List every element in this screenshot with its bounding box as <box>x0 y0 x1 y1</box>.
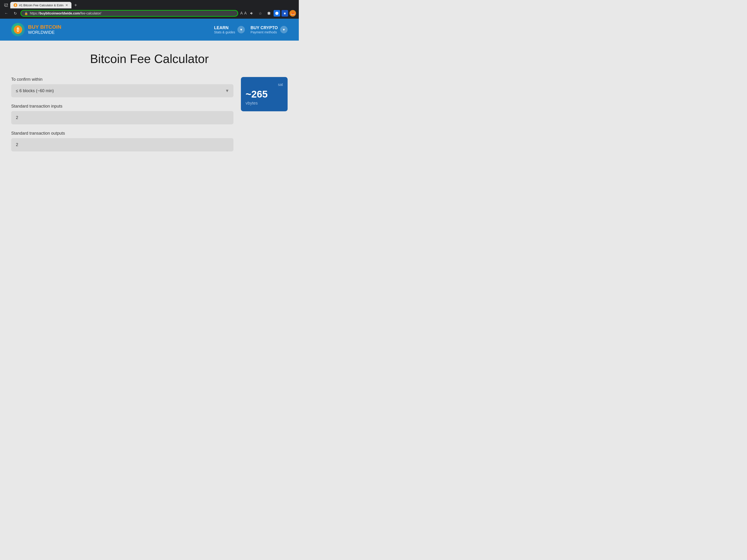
address-bar-row: ← ↻ 🔒 https://buybitcoinworldwide.com/fe… <box>0 8 299 19</box>
logo-btc-icon: ₿ <box>14 25 22 34</box>
logo-buy-bitcoin: BUY BITCOIN <box>28 24 61 30</box>
confirm-within-select[interactable]: ≤ 6 blocks (~60 min) <box>11 84 233 97</box>
outputs-group: Standard transaction outputs <box>11 131 233 152</box>
nav-buy-crypto-label: BUY CRYPTO <box>251 25 278 30</box>
page-title: Bitcoin Fee Calculator <box>11 52 288 66</box>
address-text: https://buybitcoinworldwide.com/fee-calc… <box>30 11 234 15</box>
nav-buy-crypto-sub: Payment methods <box>251 30 278 34</box>
logo-text: BUY BITCOIN WORLDWIDE <box>28 24 61 35</box>
confirm-within-group: To confirm within ≤ 6 blocks (~60 min) ▼ <box>11 77 233 97</box>
active-tab[interactable]: ₿ #1 Bitcoin Fee Calculator & Estin ✕ <box>10 2 72 8</box>
nav-learn[interactable]: LEARN Stats & guides ▼ <box>214 25 245 34</box>
site-logo[interactable]: ₿ BUY BITCOIN WORLDWIDE <box>11 23 61 36</box>
nav-learn-label: LEARN <box>214 25 235 30</box>
inputs-label: Standard transaction inputs <box>11 104 233 109</box>
inputs-field[interactable] <box>11 111 233 124</box>
browser-chrome: ₿ #1 Bitcoin Fee Calculator & Estin ✕ + <box>0 0 299 8</box>
address-bar[interactable]: 🔒 https://buybitcoinworldwide.com/fee-ca… <box>21 10 238 17</box>
svg-rect-0 <box>4 3 7 6</box>
main-content: Bitcoin Fee Calculator To confirm within… <box>0 41 299 181</box>
read-aloud-button[interactable] <box>248 10 255 17</box>
nav-learn-chevron[interactable]: ▼ <box>237 26 245 33</box>
toolbar-icons: A A ☆ ■ 🦊 <box>240 10 296 17</box>
nav-items: LEARN Stats & guides ▼ BUY CRYPTO Paymen… <box>214 25 288 34</box>
result-unit: vbytes <box>246 101 283 106</box>
logo-globe: ₿ <box>11 23 25 36</box>
new-tab-button[interactable]: + <box>72 2 79 8</box>
tab-favicon: ₿ <box>14 3 17 7</box>
result-value: ~265 <box>246 89 283 100</box>
extension-icon-blue[interactable] <box>274 10 280 17</box>
logo-worldwide: WORLDWIDE <box>28 30 61 35</box>
lock-icon: 🔒 <box>24 12 28 15</box>
tab-bar: ₿ #1 Bitcoin Fee Calculator & Estin ✕ + <box>3 2 296 8</box>
confirm-within-select-wrapper: ≤ 6 blocks (~60 min) ▼ <box>11 84 233 97</box>
inputs-group: Standard transaction inputs <box>11 104 233 124</box>
nav-buy-crypto-chevron[interactable]: ▼ <box>280 26 288 33</box>
svg-point-3 <box>275 12 278 15</box>
window-tab-icon[interactable] <box>3 2 9 8</box>
extensions-button[interactable] <box>265 10 272 17</box>
result-unit-label: sat <box>246 83 283 87</box>
nav-buy-crypto[interactable]: BUY CRYPTO Payment methods ▼ <box>251 25 288 34</box>
site-header: ₿ BUY BITCOIN WORLDWIDE LEARN Stats & gu… <box>0 19 299 41</box>
tab-title: #1 Bitcoin Fee Calculator & Estin <box>19 3 63 7</box>
calculator-form: To confirm within ≤ 6 blocks (~60 min) ▼… <box>11 77 233 158</box>
nav-learn-sub: Stats & guides <box>214 30 235 34</box>
extension-icon-metamask[interactable]: 🦊 <box>289 10 296 17</box>
confirm-within-label: To confirm within <box>11 77 233 82</box>
tab-close-button[interactable]: ✕ <box>66 3 68 7</box>
outputs-label: Standard transaction outputs <box>11 131 233 136</box>
favorites-button[interactable]: ☆ <box>257 10 264 17</box>
reader-mode-button[interactable]: A A <box>240 10 247 17</box>
outputs-field[interactable] <box>11 138 233 152</box>
back-button[interactable]: ← <box>3 10 10 17</box>
calculator-layout: To confirm within ≤ 6 blocks (~60 min) ▼… <box>11 77 288 158</box>
result-panel: sat ~265 vbytes <box>241 77 288 111</box>
extension-icon-shield[interactable]: ■ <box>282 10 288 17</box>
reload-button[interactable]: ↻ <box>12 10 19 17</box>
